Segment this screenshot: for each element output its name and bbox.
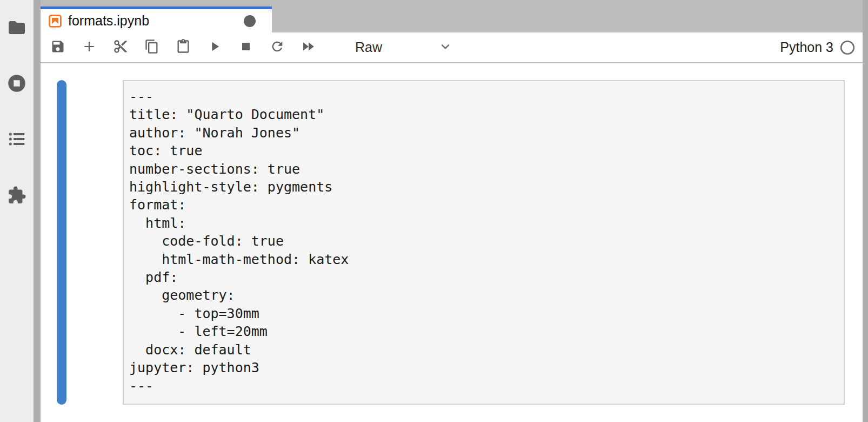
copy-icon [144,39,159,56]
sidebar-item-file-browser[interactable] [6,18,27,38]
plus-icon [82,39,97,56]
cell-type-dropdown[interactable]: Raw [353,37,455,58]
activity-sidebar [0,0,34,422]
cut-cells-button[interactable] [113,40,128,55]
raw-cell: --- title: "Quarto Document" author: "No… [57,80,845,405]
main-dock-panel: formats.ipynb [41,0,863,422]
notebook-icon [48,14,63,29]
restart-icon [270,39,285,56]
kernel-indicator[interactable]: Python 3 [780,39,856,56]
interrupt-kernel-button[interactable] [238,40,253,55]
cell-source-text[interactable]: --- title: "Quarto Document" author: "No… [124,81,844,395]
sidebar-divider [34,0,41,422]
save-icon [50,39,65,56]
paste-cells-button[interactable] [176,40,191,55]
sidebar-item-extensions[interactable] [6,186,27,206]
right-edge-strip [863,0,868,422]
tab-bar: formats.ipynb [41,0,863,32]
puzzle-icon [7,186,26,207]
stop-icon [238,39,253,56]
tab-dirty-indicator[interactable] [244,15,256,27]
paste-icon [176,39,191,56]
cell-collapser[interactable] [57,80,66,405]
kernel-name: Python 3 [780,39,833,55]
restart-run-all-button[interactable] [301,40,316,55]
fast-forward-icon [301,39,316,56]
kernel-status-icon[interactable] [839,39,856,56]
insert-cell-button[interactable] [82,40,97,55]
list-icon [7,129,26,150]
tab-formats-ipynb[interactable]: formats.ipynb [41,6,272,32]
chevron-down-icon [438,39,452,56]
cell-type-value: Raw [355,39,382,55]
run-icon [207,39,222,56]
jupyterlab-window: formats.ipynb [0,0,868,422]
notebook-toolbar: Raw Python 3 [41,32,863,63]
sidebar-item-running-kernels[interactable] [6,74,27,94]
save-button[interactable] [50,40,65,55]
sidebar-item-table-of-contents[interactable] [6,129,27,150]
restart-kernel-button[interactable] [270,40,285,55]
cell-editor[interactable]: --- title: "Quarto Document" author: "No… [123,80,845,405]
stop-circle-icon [7,74,26,95]
cut-icon [113,39,128,56]
copy-cells-button[interactable] [144,40,159,55]
cell-input-prompt [66,80,123,405]
tab-title: formats.ipynb [68,13,149,29]
run-cell-button[interactable] [207,40,222,55]
folder-icon [7,18,26,39]
notebook-content: --- title: "Quarto Document" author: "No… [41,63,863,422]
